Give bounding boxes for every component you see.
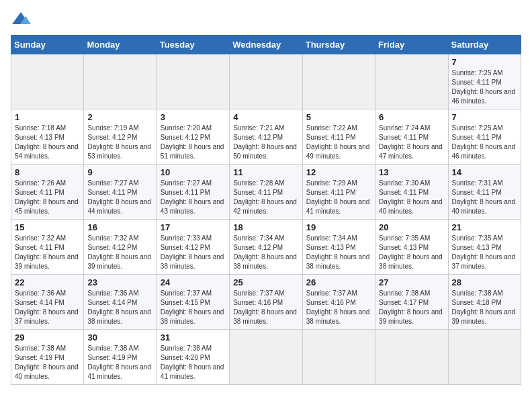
day-number: 25 [233,277,298,287]
day-number: 2 [87,112,152,122]
day-header-tuesday: Tuesday [157,36,229,54]
calendar-cell: 7 Sunrise: 7:25 AM Sunset: 4:11 PM Dayli… [448,54,521,109]
calendar-cell [302,54,375,109]
calendar-cell: 12 Sunrise: 7:29 AM Sunset: 4:11 PM Dayl… [302,165,375,220]
calendar-cell: 26 Sunrise: 7:37 AM Sunset: 4:16 PM Dayl… [302,275,375,330]
calendar-cell: 9 Sunrise: 7:27 AM Sunset: 4:11 PM Dayli… [84,165,157,220]
day-info: Sunrise: 7:20 AM Sunset: 4:12 PM Dayligh… [161,124,226,161]
calendar-week-row: 8 Sunrise: 7:26 AM Sunset: 4:11 PM Dayli… [11,165,521,220]
calendar-cell: 6 Sunrise: 7:24 AM Sunset: 4:11 PM Dayli… [375,109,448,165]
day-number: 14 [452,167,517,177]
day-number: 3 [161,112,226,122]
day-number: 10 [161,167,226,177]
calendar-cell: 2 Sunrise: 7:19 AM Sunset: 4:12 PM Dayli… [84,109,157,165]
calendar-cell [11,54,84,109]
day-info: Sunrise: 7:37 AM Sunset: 4:16 PM Dayligh… [306,289,371,326]
calendar-cell: 24 Sunrise: 7:37 AM Sunset: 4:15 PM Dayl… [157,275,229,330]
calendar-cell [230,54,302,109]
day-number: 7 [452,112,517,122]
day-number: 13 [379,167,444,177]
day-number: 17 [161,222,226,232]
day-info: Sunrise: 7:36 AM Sunset: 4:14 PM Dayligh… [15,289,80,326]
day-info: Sunrise: 7:25 AM Sunset: 4:11 PM Dayligh… [452,124,517,161]
calendar-cell: 5 Sunrise: 7:22 AM Sunset: 4:11 PM Dayli… [302,109,375,165]
day-info: Sunrise: 7:33 AM Sunset: 4:12 PM Dayligh… [161,234,226,271]
calendar-week-row: 7 Sunrise: 7:25 AM Sunset: 4:11 PM Dayli… [11,54,521,109]
day-number: 12 [306,167,371,177]
day-info: Sunrise: 7:37 AM Sunset: 4:15 PM Dayligh… [161,289,226,326]
calendar-cell: 7 Sunrise: 7:25 AM Sunset: 4:11 PM Dayli… [448,109,521,165]
logo-icon [11,11,31,27]
day-info: Sunrise: 7:19 AM Sunset: 4:12 PM Dayligh… [87,124,152,161]
day-info: Sunrise: 7:29 AM Sunset: 4:11 PM Dayligh… [306,179,371,216]
calendar-cell: 21 Sunrise: 7:35 AM Sunset: 4:13 PM Dayl… [448,220,521,275]
calendar-header: SundayMondayTuesdayWednesdayThursdayFrid… [11,36,521,54]
day-info: Sunrise: 7:25 AM Sunset: 4:11 PM Dayligh… [452,68,517,106]
day-info: Sunrise: 7:35 AM Sunset: 4:13 PM Dayligh… [452,234,517,271]
day-header-friday: Friday [375,36,448,54]
calendar-cell: 23 Sunrise: 7:36 AM Sunset: 4:14 PM Dayl… [84,275,157,330]
day-number: 31 [161,332,226,342]
calendar-cell: 17 Sunrise: 7:33 AM Sunset: 4:12 PM Dayl… [157,220,229,275]
day-info: Sunrise: 7:36 AM Sunset: 4:14 PM Dayligh… [87,289,152,326]
day-header-monday: Monday [84,36,157,54]
day-info: Sunrise: 7:34 AM Sunset: 4:12 PM Dayligh… [233,234,298,271]
calendar-cell: 20 Sunrise: 7:35 AM Sunset: 4:13 PM Dayl… [375,220,448,275]
day-info: Sunrise: 7:35 AM Sunset: 4:13 PM Dayligh… [379,234,444,271]
calendar-cell: 27 Sunrise: 7:38 AM Sunset: 4:17 PM Dayl… [375,275,448,330]
day-info: Sunrise: 7:24 AM Sunset: 4:11 PM Dayligh… [379,124,444,161]
calendar-cell: 22 Sunrise: 7:36 AM Sunset: 4:14 PM Dayl… [11,275,84,330]
calendar-cell [448,330,521,385]
calendar-body: 7 Sunrise: 7:25 AM Sunset: 4:11 PM Dayli… [11,54,521,385]
calendar-week-row: 22 Sunrise: 7:36 AM Sunset: 4:14 PM Dayl… [11,275,521,330]
day-info: Sunrise: 7:38 AM Sunset: 4:17 PM Dayligh… [379,289,444,326]
day-info: Sunrise: 7:21 AM Sunset: 4:12 PM Dayligh… [233,124,298,161]
calendar-cell: 11 Sunrise: 7:28 AM Sunset: 4:11 PM Dayl… [230,165,302,220]
calendar-cell: 8 Sunrise: 7:26 AM Sunset: 4:11 PM Dayli… [11,165,84,220]
calendar-cell: 28 Sunrise: 7:38 AM Sunset: 4:18 PM Dayl… [448,275,521,330]
calendar-cell: 15 Sunrise: 7:32 AM Sunset: 4:11 PM Dayl… [11,220,84,275]
calendar-cell: 14 Sunrise: 7:31 AM Sunset: 4:11 PM Dayl… [448,165,521,220]
day-number: 24 [161,277,226,287]
day-number: 5 [306,112,371,122]
day-info: Sunrise: 7:27 AM Sunset: 4:11 PM Dayligh… [161,179,226,216]
day-info: Sunrise: 7:38 AM Sunset: 4:19 PM Dayligh… [15,344,80,381]
day-number: 29 [15,332,80,342]
day-header-saturday: Saturday [448,36,521,54]
calendar-cell: 13 Sunrise: 7:30 AM Sunset: 4:11 PM Dayl… [375,165,448,220]
header [11,11,521,27]
day-header-sunday: Sunday [11,36,84,54]
calendar-week-row: 15 Sunrise: 7:32 AM Sunset: 4:11 PM Dayl… [11,220,521,275]
day-number: 11 [233,167,298,177]
day-info: Sunrise: 7:27 AM Sunset: 4:11 PM Dayligh… [87,179,152,216]
day-number: 21 [452,222,517,232]
day-number: 20 [379,222,444,232]
day-number: 6 [379,112,444,122]
day-number: 26 [306,277,371,287]
day-number: 16 [87,222,152,232]
calendar-cell: 18 Sunrise: 7:34 AM Sunset: 4:12 PM Dayl… [230,220,302,275]
calendar-cell: 4 Sunrise: 7:21 AM Sunset: 4:12 PM Dayli… [230,109,302,165]
calendar-cell [302,330,375,385]
day-number: 22 [15,277,80,287]
day-info: Sunrise: 7:22 AM Sunset: 4:11 PM Dayligh… [306,124,371,161]
day-info: Sunrise: 7:18 AM Sunset: 4:13 PM Dayligh… [15,124,80,161]
day-number: 8 [15,167,80,177]
day-info: Sunrise: 7:28 AM Sunset: 4:11 PM Dayligh… [233,179,298,216]
day-info: Sunrise: 7:37 AM Sunset: 4:16 PM Dayligh… [233,289,298,326]
day-number: 9 [87,167,152,177]
calendar-cell: 3 Sunrise: 7:20 AM Sunset: 4:12 PM Dayli… [157,109,229,165]
day-info: Sunrise: 7:30 AM Sunset: 4:11 PM Dayligh… [379,179,444,216]
day-number: 7 [452,57,517,67]
logo [11,11,34,27]
calendar-cell: 31 Sunrise: 7:38 AM Sunset: 4:20 PM Dayl… [157,330,229,385]
calendar-cell: 10 Sunrise: 7:27 AM Sunset: 4:11 PM Dayl… [157,165,229,220]
calendar-cell: 1 Sunrise: 7:18 AM Sunset: 4:13 PM Dayli… [11,109,84,165]
day-number: 30 [87,332,152,342]
day-number: 19 [306,222,371,232]
calendar-week-row: 1 Sunrise: 7:18 AM Sunset: 4:13 PM Dayli… [11,109,521,165]
day-number: 23 [87,277,152,287]
calendar-cell: 29 Sunrise: 7:38 AM Sunset: 4:19 PM Dayl… [11,330,84,385]
day-number: 4 [233,112,298,122]
day-info: Sunrise: 7:38 AM Sunset: 4:18 PM Dayligh… [452,289,517,326]
